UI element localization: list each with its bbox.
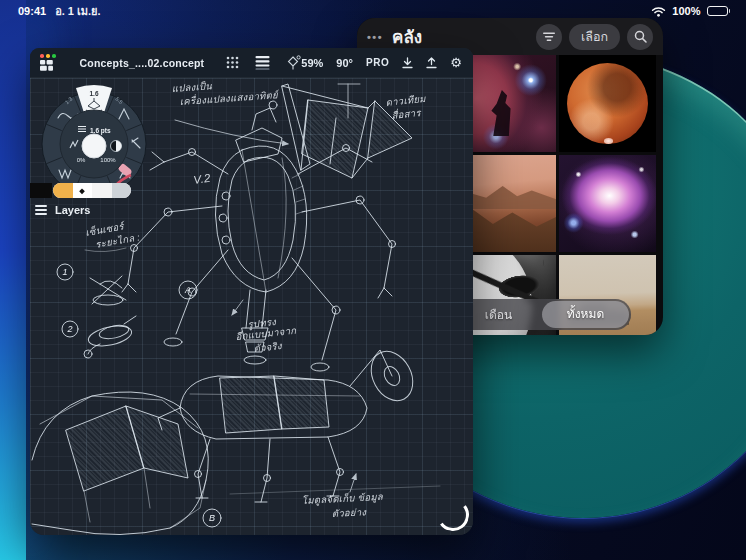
marker-a: A bbox=[184, 285, 191, 295]
window-controls[interactable] bbox=[40, 54, 56, 71]
close-dot[interactable] bbox=[40, 54, 44, 58]
sketch-side-view bbox=[158, 344, 440, 502]
more-menu-button[interactable]: ••• bbox=[367, 31, 383, 43]
rotation-value[interactable]: 90° bbox=[336, 57, 353, 69]
wifi-icon bbox=[651, 6, 666, 17]
import-icon[interactable] bbox=[402, 57, 413, 69]
document-title[interactable]: Concepts_....02.concept bbox=[80, 57, 205, 69]
swatch-offwhite[interactable] bbox=[92, 183, 112, 198]
layers-list-icon[interactable] bbox=[255, 56, 270, 70]
photo-grid bbox=[459, 55, 657, 335]
status-date: อ. 1 เม.ย. bbox=[55, 2, 100, 20]
swatch-black[interactable] bbox=[30, 183, 52, 198]
photos-view-tabs: เดือน ทั้งหมด bbox=[453, 299, 631, 330]
status-bar: 09:41 อ. 1 เม.ย. 100% bbox=[0, 0, 746, 20]
gallery-icon[interactable] bbox=[40, 60, 53, 71]
marker-b: B bbox=[209, 513, 215, 523]
note-sensor-line1: เซ็นเซอร์ bbox=[84, 220, 126, 238]
sketch-sensor-studies bbox=[57, 264, 221, 527]
precision-pen-icon[interactable] bbox=[286, 55, 301, 70]
pro-badge[interactable]: PRO bbox=[366, 57, 389, 68]
swatch-amber[interactable] bbox=[53, 183, 73, 198]
zoom-level[interactable]: 59% bbox=[301, 57, 323, 69]
selected-swatch-dot bbox=[80, 188, 85, 193]
note-shape-line3: ตัวจริง bbox=[253, 340, 283, 354]
marker-2: 2 bbox=[66, 324, 72, 334]
photo-orion-nebula[interactable] bbox=[559, 155, 656, 252]
note-convert-line1: แปลงเป็น bbox=[171, 80, 212, 94]
note-sensor-line2: ระยะไกล : bbox=[94, 231, 140, 250]
layers-label: Layers bbox=[55, 204, 90, 216]
note-shape-line2: อีกแบบมาจาก bbox=[235, 325, 298, 342]
photo-horsehead-nebula[interactable] bbox=[459, 55, 556, 152]
note-satellite-line2: สื่อสาร bbox=[391, 106, 423, 121]
sketch-bottom-left-mech bbox=[32, 392, 208, 535]
select-button[interactable]: เลือก bbox=[569, 24, 620, 50]
minimize-dot[interactable] bbox=[46, 54, 50, 58]
tab-all-photos[interactable]: ทั้งหมด bbox=[542, 301, 629, 328]
battery-percent: 100% bbox=[672, 5, 700, 17]
swatch-gray[interactable] bbox=[112, 183, 132, 198]
color-preview-disc[interactable] bbox=[82, 134, 106, 158]
search-button[interactable] bbox=[627, 24, 653, 50]
note-module-line1: โมดูลจัดเก็บ ข้อมูล bbox=[302, 491, 385, 507]
opacity-min-label: 0% bbox=[77, 157, 86, 163]
clock: 09:41 bbox=[18, 5, 46, 17]
search-icon bbox=[634, 30, 647, 43]
note-module-line2: ตัวอย่าง bbox=[332, 506, 368, 519]
concepts-window: แปลงเป็น เครื่องแปลงแสงอาทิตย์ ดาวเทียม … bbox=[30, 48, 473, 535]
note-shape-line1: รูปทรง bbox=[247, 316, 278, 331]
grid-dots-icon[interactable] bbox=[226, 56, 239, 69]
note-satellite-line1: ดาวเทียม bbox=[385, 93, 427, 108]
layers-button[interactable]: Layers bbox=[35, 204, 90, 216]
zoom-dot[interactable] bbox=[52, 54, 56, 58]
ipad-screen: 09:41 อ. 1 เม.ย. 100% ••• คลัง bbox=[0, 0, 746, 560]
drawing-canvas[interactable]: แปลงเป็น เครื่องแปลงแสงอาทิตย์ ดาวเทียม … bbox=[30, 78, 473, 535]
settings-gear-icon[interactable]: ⚙ bbox=[450, 56, 462, 69]
filter-button[interactable] bbox=[536, 24, 562, 50]
photo-mars-planet[interactable] bbox=[559, 55, 656, 152]
filter-lines-icon bbox=[543, 32, 555, 42]
note-version: V.2 bbox=[193, 172, 212, 186]
concepts-titlebar: Concepts_....02.concept bbox=[30, 48, 473, 78]
active-size-label: 1.6 bbox=[89, 90, 98, 97]
battery-icon bbox=[707, 6, 731, 16]
photos-title: คลัง bbox=[392, 23, 422, 50]
layers-icon bbox=[35, 205, 47, 215]
sketch-main-mech bbox=[122, 84, 412, 371]
photo-martian-hills[interactable] bbox=[459, 155, 556, 252]
note-convert-line2: เครื่องแปลงแสงอาทิตย์ bbox=[179, 88, 280, 107]
stroke-width-label: 1.6 pts bbox=[90, 127, 111, 135]
color-bar bbox=[30, 183, 131, 198]
wallpaper-blue-band bbox=[0, 0, 26, 560]
marker-1: 1 bbox=[62, 267, 67, 277]
opacity-max-label: 100% bbox=[100, 157, 116, 163]
swatch-white-selected[interactable] bbox=[73, 183, 93, 198]
export-icon[interactable] bbox=[426, 57, 437, 69]
